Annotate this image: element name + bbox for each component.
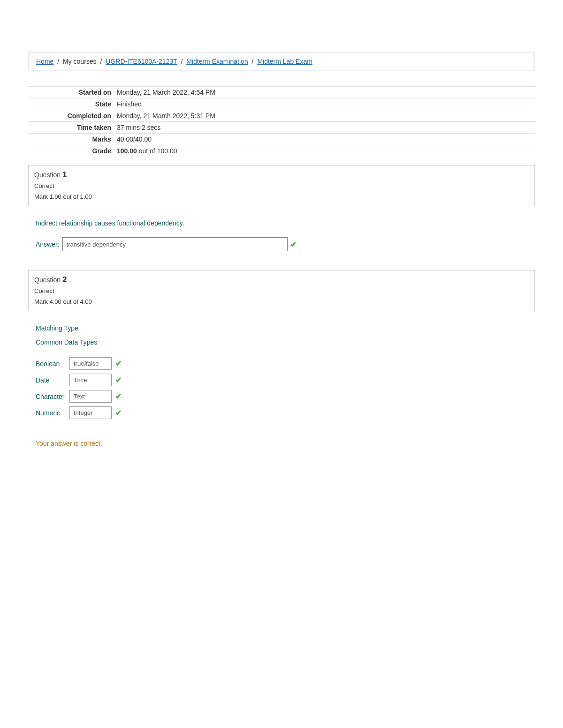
breadcrumb-sep: / bbox=[181, 58, 184, 65]
summary-started-on-value: Monday, 21 March 2022, 4:54 PM bbox=[115, 87, 535, 98]
question-1-status: Correct bbox=[34, 182, 529, 189]
question-2-match-grid: Boolean true/false ✔ Date Time ✔ Charact… bbox=[36, 357, 535, 419]
match-row-label: Boolean bbox=[36, 360, 66, 368]
question-word: Question bbox=[34, 171, 62, 179]
question-2-header: Question 2 Correct Mark 4.00 out of 4.00 bbox=[28, 270, 535, 311]
check-icon: ✔ bbox=[115, 392, 125, 401]
match-row-label: Numeric bbox=[36, 409, 66, 417]
question-2-title: Matching Type bbox=[36, 324, 535, 332]
question-number: 2 bbox=[62, 275, 67, 284]
question-1-header: Question 1 Correct Mark 1.00 out of 1.00 bbox=[28, 165, 535, 206]
breadcrumb-home-link[interactable]: Home bbox=[36, 58, 53, 65]
question-1-body: Indirect relationship causes functional … bbox=[28, 219, 535, 251]
check-icon: ✔ bbox=[115, 375, 125, 384]
summary-grade-bold: 100.00 bbox=[117, 147, 137, 155]
breadcrumb: Home / My courses / UGRD-ITE6100A-2123T … bbox=[28, 52, 535, 71]
check-icon: ✔ bbox=[115, 408, 125, 417]
question-word: Question bbox=[34, 276, 62, 284]
attempt-summary: Started on Monday, 21 March 2022, 4:54 P… bbox=[28, 86, 535, 157]
match-row-select[interactable]: Integer bbox=[69, 406, 112, 419]
match-row-select[interactable]: Text bbox=[69, 390, 112, 403]
breadcrumb-sep: / bbox=[57, 58, 61, 65]
question-1-mark: Mark 1.00 out of 1.00 bbox=[34, 193, 529, 200]
question-2-status: Correct bbox=[34, 287, 529, 294]
question-2-subtitle: Common Data Types bbox=[36, 338, 535, 346]
summary-completed-on-value: Monday, 21 March 2022, 5:31 PM bbox=[115, 110, 535, 121]
match-row-label: Character bbox=[36, 393, 66, 400]
summary-state-value: Finished bbox=[115, 98, 535, 110]
summary-time-taken-label: Time taken bbox=[28, 122, 115, 133]
check-icon: ✔ bbox=[290, 240, 297, 249]
summary-marks-value: 40.00/40.00 bbox=[115, 134, 535, 145]
breadcrumb-sep: / bbox=[252, 58, 256, 65]
summary-time-taken-value: 37 mins 2 secs bbox=[115, 122, 535, 133]
summary-started-on-label: Started on bbox=[28, 87, 115, 98]
summary-marks-label: Marks bbox=[28, 134, 115, 145]
question-2-mark: Mark 4.00 out of 4.00 bbox=[34, 298, 529, 305]
summary-grade-label: Grade bbox=[28, 145, 115, 157]
breadcrumb-activity-link[interactable]: Midterm Lab Exam bbox=[257, 58, 312, 65]
summary-grade-value: 100.00 out of 100.00 bbox=[115, 145, 535, 157]
question-1-answer-input[interactable] bbox=[62, 237, 288, 251]
match-row-select[interactable]: Time bbox=[69, 374, 112, 386]
summary-state-label: State bbox=[28, 98, 115, 110]
question-1-answer-label: Answer: bbox=[36, 240, 60, 248]
question-number: 1 bbox=[62, 170, 67, 179]
match-row-select[interactable]: true/false bbox=[69, 357, 112, 370]
match-row-label: Date bbox=[36, 376, 66, 384]
summary-grade-rest: out of 100.00 bbox=[137, 147, 177, 155]
question-2-feedback: Your answer is correct. bbox=[36, 440, 535, 447]
breadcrumb-mycourses: My courses bbox=[63, 58, 97, 65]
summary-completed-on-label: Completed on bbox=[28, 110, 115, 121]
question-1-prompt: Indirect relationship causes functional … bbox=[36, 219, 535, 227]
breadcrumb-sep: / bbox=[100, 58, 104, 65]
check-icon: ✔ bbox=[115, 359, 125, 368]
question-2-body: Matching Type Common Data Types Boolean … bbox=[28, 324, 535, 447]
breadcrumb-course-link[interactable]: UGRD-ITE6100A-2123T bbox=[106, 58, 177, 65]
breadcrumb-section-link[interactable]: Midterm Examination bbox=[186, 58, 248, 65]
